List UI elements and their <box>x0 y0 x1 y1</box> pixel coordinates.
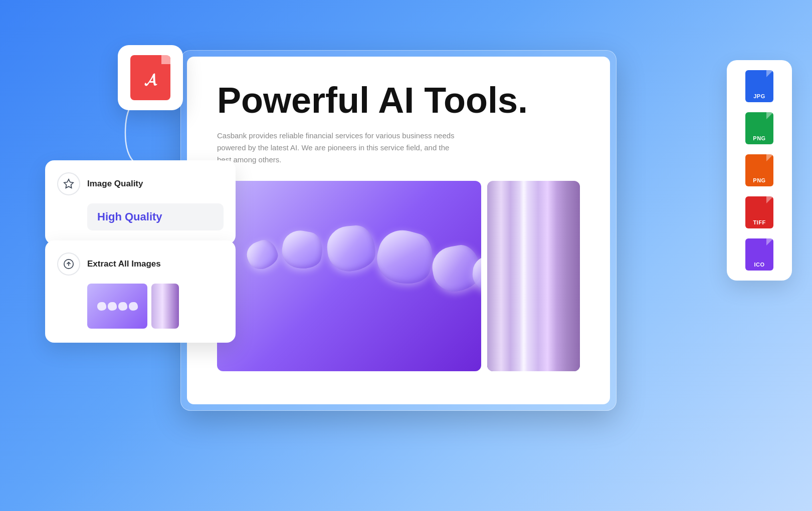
file-type-tiff: TIFF <box>735 196 784 228</box>
mini-drop-1 <box>97 302 106 311</box>
main-subtitle: Casbank provides reliable financial serv… <box>217 130 463 166</box>
png-green-icon: PNG <box>745 112 773 144</box>
mini-drop-3 <box>118 302 127 311</box>
tube-visual <box>487 181 580 371</box>
file-type-ico: ICO <box>735 238 784 271</box>
png-orange-icon: PNG <box>745 154 773 186</box>
quality-card: Image Quality High Quality <box>45 160 236 244</box>
extract-images-preview <box>87 284 224 329</box>
main-image-left <box>217 181 481 371</box>
mini-drop-2 <box>108 302 117 311</box>
file-type-png-green: PNG <box>735 112 784 144</box>
quality-value: High Quality <box>97 210 162 223</box>
ico-icon: ICO <box>745 238 773 271</box>
scene: Powerful AI Tools. Casbank provides reli… <box>20 20 792 491</box>
quality-card-label: Image Quality <box>87 179 143 189</box>
tiff-icon: TIFF <box>745 196 773 228</box>
extract-card: Extract All Images <box>45 240 236 343</box>
water-drop-3 <box>325 224 376 273</box>
svg-marker-2 <box>64 179 73 188</box>
window-content: Powerful AI Tools. Casbank provides reli… <box>187 57 610 386</box>
main-window: Powerful AI Tools. Casbank provides reli… <box>180 50 617 411</box>
drops-container <box>217 181 481 371</box>
quality-value-box: High Quality <box>87 203 224 230</box>
tube-highlight <box>520 181 527 371</box>
preview-image-1 <box>87 284 147 329</box>
file-types-panel: JPG PNG PNG TIFF ICO <box>727 60 792 281</box>
jpg-icon: JPG <box>745 70 773 102</box>
main-title: Powerful AI Tools. <box>217 82 580 120</box>
image-grid <box>217 181 580 371</box>
main-image-right <box>487 181 580 371</box>
mini-drops <box>97 302 138 311</box>
extract-card-header: Extract All Images <box>57 252 224 276</box>
star-icon <box>57 172 80 195</box>
main-window-inner: Powerful AI Tools. Casbank provides reli… <box>187 57 610 404</box>
quality-card-header: Image Quality <box>57 172 224 195</box>
pdf-icon: 𝓐 <box>130 55 170 100</box>
file-type-jpg: JPG <box>735 70 784 102</box>
pdf-symbol: 𝓐 <box>144 71 156 89</box>
upload-icon <box>57 252 80 276</box>
water-drop-2 <box>279 227 325 272</box>
pdf-icon-container: 𝓐 <box>118 45 183 110</box>
mini-drop-4 <box>129 302 138 311</box>
file-type-png-orange: PNG <box>735 154 784 186</box>
water-drop-4 <box>371 224 438 290</box>
water-drop-1 <box>243 236 281 273</box>
extract-card-label: Extract All Images <box>87 259 161 269</box>
preview-image-2 <box>151 284 179 329</box>
